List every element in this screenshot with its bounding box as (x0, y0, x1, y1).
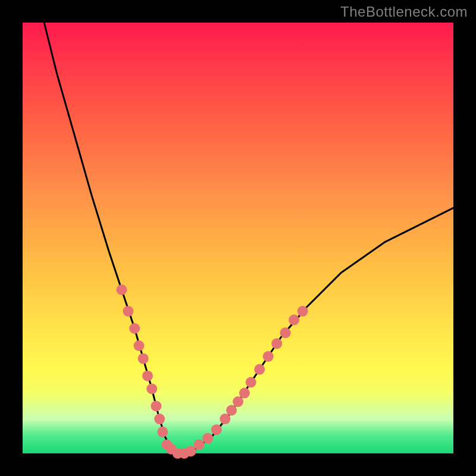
marker-dot (185, 446, 196, 456)
marker-dot (202, 433, 213, 444)
marker-dot (220, 414, 230, 424)
marker-dot (246, 377, 256, 388)
bottleneck-curve (44, 23, 453, 453)
marker-dot (151, 400, 161, 411)
marker-dot (123, 306, 133, 317)
marker-dot (226, 405, 237, 416)
marker-dot (211, 424, 222, 435)
marker-dot (154, 414, 165, 424)
marker-dot (254, 364, 265, 375)
plot-area (23, 23, 453, 453)
marker-dot (142, 371, 153, 381)
marker-dot (129, 323, 140, 334)
marker-dot (146, 383, 157, 394)
marker-dot (157, 427, 168, 437)
marker-dot (138, 353, 149, 364)
marker-dot (134, 340, 145, 351)
curve-layer (23, 23, 453, 453)
marker-dot (280, 327, 291, 338)
watermark-text: TheBottleneck.com (340, 4, 468, 20)
marker-dot (239, 388, 250, 399)
marker-dot (117, 284, 127, 295)
marker-dot (298, 306, 308, 317)
marker-dot (263, 351, 274, 362)
chart-stage: TheBottleneck.com (0, 0, 476, 476)
marker-dot (233, 396, 243, 407)
marker-dot (194, 440, 205, 450)
marker-dot (289, 315, 299, 325)
marker-dot (271, 338, 282, 349)
